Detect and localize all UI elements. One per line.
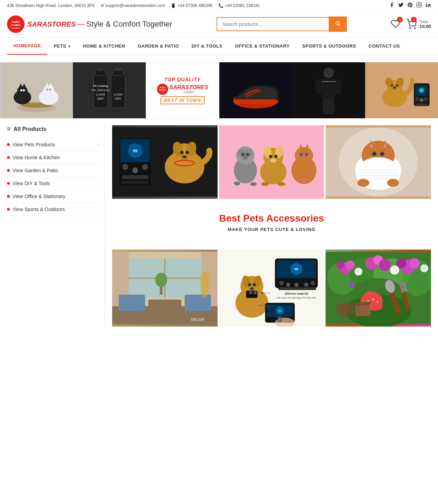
social-links bbox=[389, 2, 431, 9]
svg-point-2 bbox=[420, 4, 420, 4]
linkedin-link[interactable] bbox=[425, 2, 431, 9]
sidebar-dot bbox=[7, 143, 10, 146]
sidebar-item-diy-tools[interactable]: View DIY & Tools bbox=[7, 177, 99, 190]
svg-point-140 bbox=[387, 179, 399, 187]
sidebar-item-garden-patio[interactable]: View Garden & Patio bbox=[7, 164, 99, 177]
svg-line-9 bbox=[339, 24, 340, 26]
banner-part-5 bbox=[292, 62, 365, 118]
bottom-image-pet-device[interactable]: 99 Silicone material soft does not damag… bbox=[219, 250, 324, 327]
address-text: 438 Streatham High Road, London, SW16 3P… bbox=[7, 3, 95, 8]
banner-part-3: TOP QUALITY SARA STORES London SARASTORE… bbox=[146, 62, 219, 118]
svg-point-79 bbox=[142, 164, 148, 170]
logo-area[interactable]: SARA STORES London SARASTORES — Style & … bbox=[7, 15, 172, 33]
sidebar-item-pets[interactable]: View Pets Products › bbox=[7, 138, 99, 151]
nav-home-kitchen[interactable]: HOME & KITCHEN bbox=[76, 38, 131, 54]
sidebar-link-office-stationary[interactable]: View Office & Stationary bbox=[13, 194, 65, 199]
banner-part-4 bbox=[219, 62, 292, 118]
svg-point-200 bbox=[346, 260, 355, 270]
search-button[interactable] bbox=[329, 16, 347, 32]
svg-text:LAUN: LAUN bbox=[96, 93, 105, 96]
cart-button[interactable]: 0 Total £0.00 bbox=[406, 19, 431, 29]
nav-pets[interactable]: PETS ▾ bbox=[47, 38, 77, 54]
sidebar-title-text: All Products bbox=[14, 126, 47, 132]
top-bar-contact: 438 Streatham High Road, London, SW16 3P… bbox=[7, 3, 260, 8]
nav-diy-tools[interactable]: DIY & TOOLS bbox=[185, 38, 229, 54]
svg-point-210 bbox=[420, 264, 429, 272]
logo-name: SARASTORES bbox=[27, 20, 76, 28]
svg-text:99: 99 bbox=[294, 267, 298, 271]
svg-point-201 bbox=[336, 261, 344, 269]
header-right: 0 0 Total £0.00 bbox=[391, 19, 431, 30]
phone-icon: 📞 bbox=[218, 3, 224, 8]
best-pets-section: Best Pets Accessories MAKE YOUR PETS CUT… bbox=[112, 206, 431, 243]
facebook-icon bbox=[389, 3, 395, 9]
email-contact[interactable]: ✉ support@sarastoreslondon.com bbox=[101, 3, 165, 8]
svg-rect-30 bbox=[98, 68, 103, 71]
svg-point-179 bbox=[311, 281, 315, 285]
svg-point-96 bbox=[241, 153, 245, 156]
svg-rect-80 bbox=[122, 175, 148, 179]
instagram-link[interactable] bbox=[416, 2, 422, 9]
svg-point-139 bbox=[357, 179, 369, 187]
sidebar-item-home-kitchen[interactable]: View Home & Kitchen bbox=[7, 151, 99, 164]
svg-point-16 bbox=[17, 86, 28, 96]
svg-point-63 bbox=[393, 86, 396, 89]
svg-point-11 bbox=[415, 28, 416, 29]
svg-point-110 bbox=[300, 153, 303, 156]
pet-image-1[interactable]: 99 bbox=[112, 125, 218, 199]
svg-rect-151 bbox=[148, 300, 181, 311]
sidebar-dot-3 bbox=[7, 169, 10, 172]
banner-quality: TOP QUALITY bbox=[157, 77, 208, 82]
svg-point-20 bbox=[23, 89, 25, 91]
sidebar-link-pets[interactable]: View Pets Products bbox=[13, 142, 55, 147]
sidebar-link-sports-outdoors[interactable]: View Sports & Outdoors bbox=[13, 206, 65, 212]
linkedin-icon bbox=[425, 3, 431, 9]
sidebar-link-home-kitchen[interactable]: View Home & Kitchen bbox=[13, 155, 60, 160]
nav-sports-outdoors[interactable]: SPORTS & OUTDOORS bbox=[296, 38, 363, 54]
email-text: support@sarastoreslondon.com bbox=[105, 3, 165, 8]
svg-rect-150 bbox=[185, 295, 211, 311]
pet-image-2[interactable] bbox=[219, 125, 324, 199]
svg-point-170 bbox=[253, 291, 256, 294]
svg-text:LAUN: LAUN bbox=[114, 93, 123, 96]
sidebar-item-sports-outdoors[interactable]: View Sports & Outdoors bbox=[7, 203, 99, 216]
facebook-link[interactable] bbox=[389, 2, 395, 9]
sidebar-item-office-stationary[interactable]: View Office & Stationary bbox=[7, 190, 99, 203]
wishlist-button[interactable]: 0 bbox=[391, 19, 401, 30]
logo-tagline: Style & Comfort Together bbox=[87, 20, 172, 29]
pet-image-3[interactable] bbox=[326, 125, 431, 199]
svg-point-112 bbox=[234, 181, 240, 185]
svg-text:London: London bbox=[160, 91, 165, 93]
pinterest-link[interactable] bbox=[407, 2, 413, 9]
svg-text:Silicone material: Silicone material bbox=[285, 292, 308, 295]
svg-rect-71 bbox=[416, 104, 427, 106]
sidebar-dot-4 bbox=[7, 182, 10, 185]
svg-point-97 bbox=[246, 153, 249, 156]
svg-text:⚡: ⚡ bbox=[278, 318, 281, 321]
svg-text:DRY: DRY bbox=[97, 97, 104, 100]
nav-contact-us[interactable]: CONTACT US bbox=[362, 38, 406, 54]
twitter-link[interactable] bbox=[398, 2, 404, 9]
svg-point-126 bbox=[373, 153, 376, 155]
svg-rect-49 bbox=[322, 79, 336, 98]
svg-rect-180 bbox=[278, 287, 316, 290]
svg-point-105 bbox=[270, 158, 276, 163]
svg-point-61 bbox=[396, 84, 398, 86]
svg-point-60 bbox=[391, 84, 393, 86]
nav-homepage[interactable]: HOMEPAGE bbox=[7, 37, 47, 55]
svg-rect-0 bbox=[417, 2, 421, 7]
svg-point-204 bbox=[379, 259, 391, 271]
svg-point-48 bbox=[323, 68, 334, 78]
sidebar-link-garden-patio[interactable]: View Garden & Patio bbox=[13, 168, 58, 173]
bottom-image-garden[interactable] bbox=[326, 250, 431, 327]
search-input[interactable] bbox=[217, 17, 329, 31]
sidebar-dot-6 bbox=[7, 208, 10, 211]
bottom-image-home[interactable]: DECOR bbox=[112, 250, 218, 327]
hero-banner: PE Coating Film, Waterproof LAUN DRY LAU… bbox=[0, 62, 438, 118]
nav-garden-patio[interactable]: GARDEN & PATIO bbox=[131, 38, 185, 54]
svg-point-103 bbox=[269, 155, 272, 158]
sidebar-link-diy-tools[interactable]: View DIY & Tools bbox=[13, 181, 50, 186]
nav-office-stationary[interactable]: OFFICE & STATIONARY bbox=[229, 38, 296, 54]
svg-rect-52 bbox=[323, 98, 329, 114]
svg-point-86 bbox=[180, 151, 183, 154]
